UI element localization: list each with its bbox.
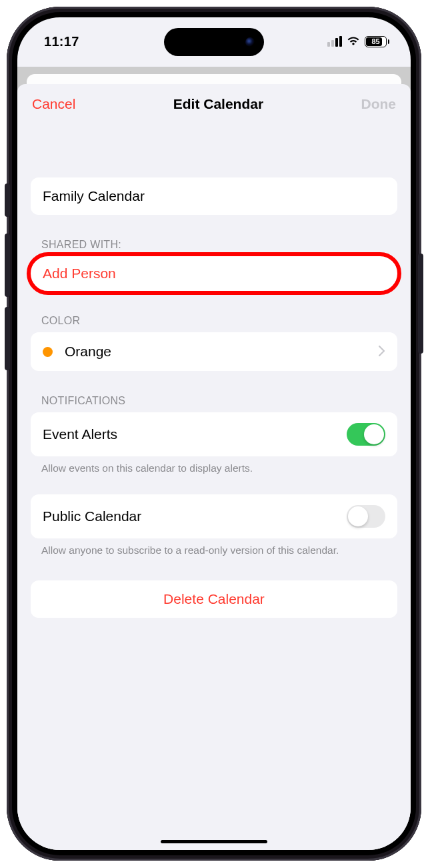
edit-calendar-sheet: Cancel Edit Calendar Done Family Calenda… xyxy=(17,84,411,850)
notifications-group: NOTIFICATIONS Event Alerts Allow events … xyxy=(31,395,397,476)
event-alerts-footer: Allow events on this calendar to display… xyxy=(31,456,397,476)
notifications-header: NOTIFICATIONS xyxy=(31,395,397,412)
front-camera-icon xyxy=(245,37,255,47)
color-group: COLOR Orange xyxy=(31,315,397,371)
side-button-power xyxy=(418,254,423,354)
side-button-volume-up xyxy=(5,234,10,297)
dynamic-island xyxy=(164,28,264,56)
event-alerts-label: Event Alerts xyxy=(43,426,347,442)
event-alerts-row: Event Alerts xyxy=(31,412,397,456)
home-indicator[interactable] xyxy=(161,840,267,843)
nav-bar: Cancel Edit Calendar Done xyxy=(17,84,411,124)
side-button-volume-down xyxy=(5,307,10,370)
add-person-button[interactable]: Add Person xyxy=(31,256,397,291)
color-dot-icon xyxy=(43,347,53,357)
public-calendar-toggle[interactable] xyxy=(347,505,385,528)
shared-with-header: SHARED WITH: xyxy=(31,239,397,256)
color-value: Orange xyxy=(65,344,373,360)
page-title: Edit Calendar xyxy=(173,96,263,112)
calendar-name-value: Family Calendar xyxy=(43,188,385,204)
chevron-right-icon xyxy=(379,343,385,360)
public-calendar-row: Public Calendar xyxy=(31,494,397,538)
delete-calendar-label: Delete Calendar xyxy=(163,591,265,607)
status-time: 11:17 xyxy=(44,34,79,49)
phone-frame: 11:17 85 xyxy=(7,7,421,861)
wifi-icon xyxy=(347,36,360,47)
color-row[interactable]: Orange xyxy=(31,332,397,371)
color-header: COLOR xyxy=(31,315,397,332)
battery-percent: 85 xyxy=(371,37,379,45)
battery-icon: 85 xyxy=(365,36,389,47)
side-button-mute xyxy=(5,183,10,217)
calendar-name-field[interactable]: Family Calendar xyxy=(31,177,397,215)
event-alerts-toggle[interactable] xyxy=(347,423,385,446)
delete-group: Delete Calendar xyxy=(31,580,397,618)
delete-calendar-button[interactable]: Delete Calendar xyxy=(31,580,397,618)
add-person-label: Add Person xyxy=(43,266,116,281)
public-calendar-footer: Allow anyone to subscribe to a read-only… xyxy=(31,538,397,558)
public-calendar-group: Public Calendar Allow anyone to subscrib… xyxy=(31,494,397,558)
done-button[interactable]: Done xyxy=(361,96,397,112)
cellular-signal-icon xyxy=(327,36,342,47)
cancel-button[interactable]: Cancel xyxy=(32,96,75,112)
shared-with-group: SHARED WITH: Add Person xyxy=(31,239,397,291)
screen: 11:17 85 xyxy=(17,17,411,850)
status-right: 85 xyxy=(327,36,389,47)
calendar-name-group: Family Calendar xyxy=(31,177,397,215)
public-calendar-label: Public Calendar xyxy=(43,508,347,524)
